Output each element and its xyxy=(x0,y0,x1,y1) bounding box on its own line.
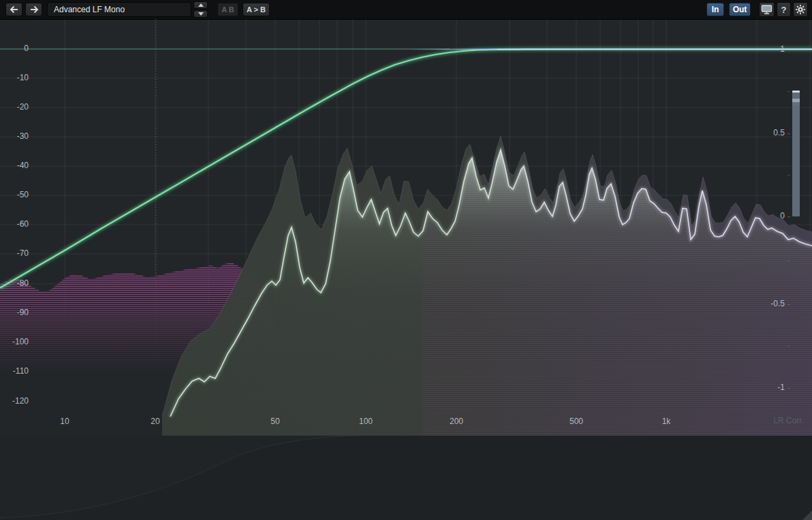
triangle-up-icon xyxy=(198,3,204,7)
preset-step-up-button[interactable] xyxy=(193,1,208,9)
preset-forward-button[interactable] xyxy=(25,3,42,16)
corr-tick-mark xyxy=(787,216,790,217)
ab-toggle-label: A B xyxy=(221,5,234,14)
resize-handle[interactable] xyxy=(802,510,812,520)
corr-minor-tick-mark xyxy=(787,346,790,346)
input-gain-button[interactable]: In xyxy=(706,3,724,16)
a-to-b-label: A > B xyxy=(247,5,266,14)
corr-tick-mark xyxy=(787,388,790,389)
display-settings-button[interactable] xyxy=(759,2,775,17)
corr-tick-mark xyxy=(787,304,790,305)
lr-correlation-meter xyxy=(792,91,800,216)
corr-tick-mark xyxy=(787,50,790,50)
panel-background-swoosh xyxy=(0,436,812,520)
help-icon: ? xyxy=(781,5,787,15)
control-panel: TOKYO DAWN LABS ELLIPTICAL Freq 140.0 Hz… xyxy=(0,436,812,520)
out-label: Out xyxy=(733,5,747,14)
arrow-left-icon xyxy=(10,5,19,14)
gear-icon xyxy=(795,4,806,15)
preset-step-down-button[interactable] xyxy=(193,10,208,18)
corr-tick-mark xyxy=(787,133,790,134)
arrow-right-icon xyxy=(29,5,39,14)
preset-stepper xyxy=(193,1,208,18)
ab-toggle-button[interactable]: A B xyxy=(217,3,238,16)
settings-button[interactable] xyxy=(793,2,808,17)
preset-back-button[interactable] xyxy=(5,3,22,16)
preset-selector[interactable]: Advanced LF Mono xyxy=(47,2,191,17)
corr-minor-tick-mark xyxy=(787,261,790,261)
top-toolbar: Advanced LF Mono A B A > B In Out ? xyxy=(0,0,812,20)
help-button[interactable]: ? xyxy=(777,2,791,17)
spectrum-plot xyxy=(0,19,812,436)
corr-minor-tick-mark xyxy=(787,91,790,92)
in-label: In xyxy=(712,5,719,14)
spectrum-analyzer-display[interactable]: 0-10-20-30-40-50-60-70-80-90-100-110-120… xyxy=(0,19,812,436)
lr-corr-axis-title: LR Corr. xyxy=(773,416,804,425)
tdr-elliptical-plugin-window: Advanced LF Mono A B A > B In Out ? xyxy=(0,0,812,520)
a-to-b-copy-button[interactable]: A > B xyxy=(243,3,270,16)
corr-minor-tick-mark xyxy=(787,175,790,176)
monitor-icon xyxy=(761,4,772,15)
output-gain-button[interactable]: Out xyxy=(729,3,751,16)
triangle-down-icon xyxy=(198,12,204,16)
